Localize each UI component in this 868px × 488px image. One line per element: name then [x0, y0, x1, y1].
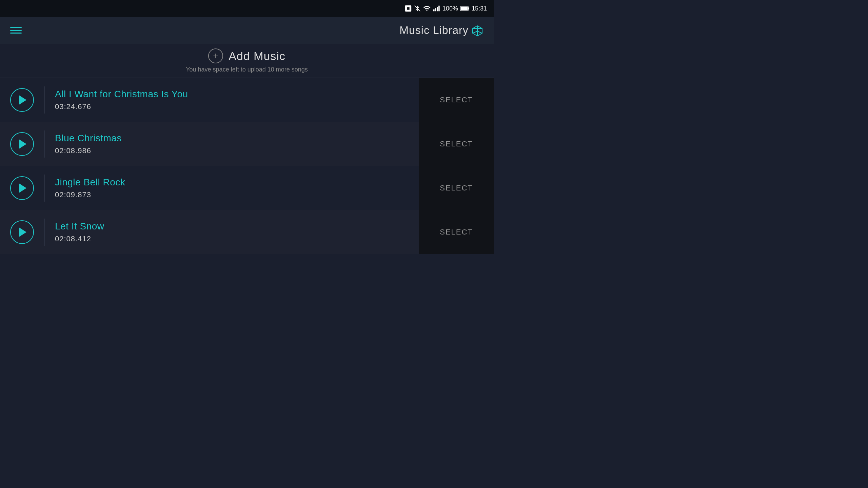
page-title: Music Library [399, 24, 468, 37]
add-music-label: Add Music [229, 49, 285, 63]
add-icon: + [208, 48, 223, 63]
song-duration: 02:09.873 [55, 190, 409, 199]
svg-rect-3 [437, 7, 438, 11]
play-triangle-icon [19, 139, 26, 149]
nfc-icon [405, 5, 412, 12]
select-button[interactable]: SELECT [419, 78, 494, 122]
play-button[interactable] [10, 88, 34, 112]
add-music-section[interactable]: + Add Music You have space left to uploa… [0, 44, 494, 78]
battery-icon [460, 5, 470, 12]
select-button[interactable]: SELECT [419, 210, 494, 254]
status-icons: 100% 15:31 [405, 5, 487, 12]
menu-button[interactable] [10, 27, 22, 34]
song-list: All I Want for Christmas Is You 03:24.67… [0, 78, 494, 254]
song-info: Blue Christmas 02:08.986 [45, 133, 419, 155]
svg-line-12 [477, 31, 482, 33]
play-button[interactable] [10, 220, 34, 244]
play-button-wrapper [0, 220, 44, 244]
add-music-subtitle: You have space left to upload 10 more so… [186, 66, 308, 73]
select-button[interactable]: SELECT [419, 122, 494, 166]
song-title: Jingle Bell Rock [55, 177, 409, 188]
song-duration: 02:08.412 [55, 235, 409, 243]
app-header: Music Library [0, 17, 494, 44]
song-duration: 03:24.676 [55, 102, 409, 111]
cube-icon[interactable] [471, 24, 484, 37]
svg-rect-6 [460, 7, 468, 11]
play-triangle-icon [19, 95, 26, 105]
play-triangle-icon [19, 183, 26, 193]
song-item: All I Want for Christmas Is You 03:24.67… [0, 78, 494, 122]
bluetooth-muted-icon [414, 5, 421, 12]
song-title: All I Want for Christmas Is You [55, 89, 409, 100]
song-info: Let It Snow 02:08.412 [45, 221, 419, 243]
status-bar: 100% 15:31 [0, 0, 494, 17]
song-duration: 02:08.986 [55, 146, 409, 155]
select-button[interactable]: SELECT [419, 166, 494, 210]
song-info: Jingle Bell Rock 02:09.873 [45, 177, 419, 199]
song-info: All I Want for Christmas Is You 03:24.67… [45, 89, 419, 111]
time-display: 15:31 [472, 5, 487, 12]
svg-rect-1 [433, 9, 435, 12]
play-button[interactable] [10, 132, 34, 156]
battery-percent: 100% [442, 5, 458, 12]
song-item: Let It Snow 02:08.412 SELECT [0, 210, 494, 254]
play-button[interactable] [10, 176, 34, 200]
svg-line-11 [473, 31, 477, 33]
play-button-wrapper [0, 88, 44, 112]
song-item: Jingle Bell Rock 02:09.873 SELECT [0, 166, 494, 210]
svg-rect-7 [468, 7, 469, 9]
song-item: Blue Christmas 02:08.986 SELECT [0, 122, 494, 166]
svg-rect-2 [435, 8, 436, 11]
play-button-wrapper [0, 176, 44, 200]
signal-icon [433, 5, 440, 12]
svg-rect-4 [438, 6, 440, 12]
song-title: Blue Christmas [55, 133, 409, 144]
play-triangle-icon [19, 227, 26, 237]
song-title: Let It Snow [55, 221, 409, 232]
wifi-icon [423, 5, 431, 12]
add-music-row: + Add Music [208, 48, 285, 63]
play-button-wrapper [0, 132, 44, 156]
